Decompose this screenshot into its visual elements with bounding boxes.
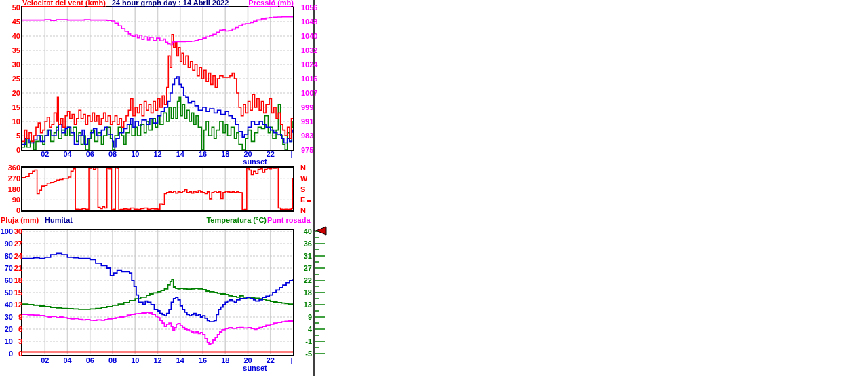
wind-speed-tick: 10 (0, 118, 20, 126)
rain-tick: 21 (0, 265, 22, 272)
wind-speed-tick: 45 (0, 18, 20, 26)
temperature-tick: 27 (285, 265, 312, 272)
humidity-series-label: Humitat (45, 217, 73, 224)
temperature-tick: 22 (285, 277, 312, 284)
graph-date-title: 24 hour graph day : 14 Abril 2022 (102, 0, 238, 7)
rain-tick: 24 (0, 252, 22, 260)
pressure-tick: 991 (301, 118, 328, 126)
wind-speed-tick: 25 (0, 75, 20, 83)
compass-tick: W (300, 175, 328, 183)
sunset-label-bottom: sunset (241, 364, 269, 372)
rain-tick: 15 (0, 289, 22, 297)
temperature-tick: 36 (285, 240, 312, 248)
temperature-tick: 18 (285, 289, 312, 297)
pressure-tick: 975 (301, 147, 328, 154)
temperature-series-label: Temperatura (°C) (199, 217, 267, 224)
wind-direction-degree-tick: 90 (0, 196, 20, 204)
compass-tick: S (300, 186, 328, 193)
pressure-tick: 1048 (301, 18, 328, 26)
wind-speed-tick: 50 (0, 4, 20, 12)
temperature-tick: 9 (285, 314, 312, 321)
wind-speed-tick: 5 (0, 132, 20, 140)
pressure-tick: 1016 (301, 75, 328, 83)
wind-speed-tick: 35 (0, 47, 20, 54)
rain-tick: 12 (0, 301, 22, 309)
hour-label-top: 22 (257, 151, 284, 158)
rain-tick: 3 (0, 338, 22, 345)
wind-speed-tick: 15 (0, 104, 20, 111)
pressure-tick: 983 (301, 132, 328, 140)
temperature-tick: -5 (285, 350, 312, 358)
rain-tick: 18 (0, 277, 22, 284)
wind-direction-degree-tick: 0 (0, 207, 20, 214)
rain-tick: 6 (0, 326, 22, 333)
temperature-tick: -1 (285, 338, 312, 345)
compass-tick: E (300, 196, 328, 204)
temperature-tick: 31 (285, 252, 312, 260)
wind-speed-tick: 0 (0, 147, 20, 154)
temperature-tick: 13 (285, 301, 312, 309)
dew-point-series-label: Punt rosada (267, 217, 311, 224)
wind-speed-tick: 20 (0, 90, 20, 97)
temperature-tick: 40 (285, 228, 312, 236)
wind-speed-tick: 40 (0, 33, 20, 40)
wind-direction-degree-tick: 270 (0, 175, 20, 183)
pressure-tick: 1056 (301, 4, 328, 12)
rain-tick: 27 (0, 240, 22, 248)
weather-graph-page: Velocitat del vent (kmh) 24 hour graph d… (0, 0, 868, 376)
wind-speed-tick: 30 (0, 61, 20, 69)
compass-tick: N (300, 164, 328, 172)
rain-tick: 9 (0, 314, 22, 321)
weather-graphs-canvas (0, 0, 868, 376)
pressure-tick: 1007 (301, 90, 328, 97)
temperature-tick: 4 (285, 326, 312, 333)
rain-series-label: Pluja (mm) (1, 217, 39, 224)
pressure-tick: 1040 (301, 33, 328, 40)
pressure-tick: 1024 (301, 61, 328, 69)
axis-end-tick-bottom: | (285, 357, 298, 364)
wind-speed-axis-title: Velocitat del vent (kmh) (22, 0, 106, 7)
axis-end-tick-top: | (285, 151, 298, 158)
wind-direction-degree-tick: 180 (0, 186, 20, 193)
rain-tick: 0 (0, 350, 22, 358)
pressure-tick: 1032 (301, 47, 328, 54)
hour-label-bottom: 22 (257, 357, 284, 364)
pressure-tick: 999 (301, 104, 328, 111)
rain-tick: 30 (0, 228, 22, 236)
sunset-label-top: sunset (241, 158, 269, 166)
pressure-axis-title: Pressió (mb) (226, 0, 294, 7)
wind-direction-degree-tick: 360 (0, 164, 20, 172)
compass-tick: N (300, 207, 328, 214)
